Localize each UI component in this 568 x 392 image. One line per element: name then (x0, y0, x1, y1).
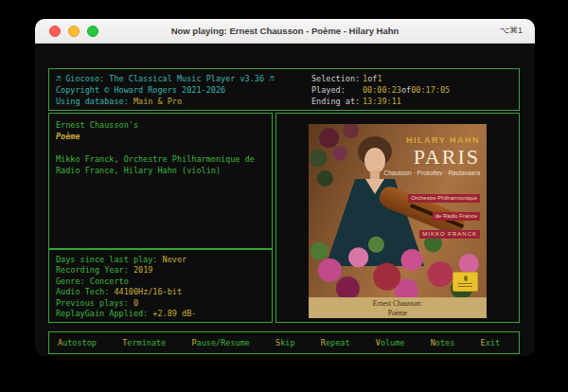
album-caption-work: Poème (309, 309, 487, 318)
selection-sep: of (367, 73, 377, 84)
menu-item-terminate[interactable]: Terminate (122, 338, 166, 347)
menu-panel: Autostop Terminate Pause/Resume Skip Rep… (48, 331, 520, 354)
detail-row-replaygain: ReplayGain Applied: +2.89 dB- (56, 309, 266, 319)
detail-label: ReplayGain Applied: (56, 309, 152, 318)
played-row: Played:00:00:23 of 00:17:05 (311, 84, 450, 96)
detail-row-last-play: Days since last play: Never (56, 255, 266, 265)
terminal-window: Now playing: Ernest Chausson - Poème - H… (35, 19, 535, 356)
window-title: Now playing: Ernest Chausson - Poème - H… (35, 26, 535, 36)
detail-row-audio-tech: Audio Tech: 44100Hz/16-bit (56, 287, 266, 297)
detail-label: Days since last play: (56, 255, 163, 264)
played-total: 00:17:05 (411, 84, 450, 96)
detail-row-genre: Genre: Concerto (56, 276, 266, 287)
composer-line: Ernest Chausson's (56, 119, 266, 131)
detail-label: Audio Tech: (56, 287, 114, 296)
traffic-lights (49, 26, 98, 37)
album-orchestra-line1: Orchestre Philharmonique (408, 194, 480, 203)
played-label: Played: (311, 84, 363, 96)
database-line: Using database: Main & Pro (56, 96, 274, 107)
detail-value: +2.89 dB- (152, 309, 196, 318)
album-title: PARIS (374, 146, 480, 168)
album-cover-text: HILARY HAHN PARIS Chausson · Prokofiev ·… (374, 135, 480, 240)
menu-item-notes[interactable]: Notes (431, 338, 455, 347)
detail-label: Recording Year: (56, 265, 133, 275)
copyright-line: Copyright © Howard Rogers 2021-2026 (56, 84, 274, 96)
album-caption: Ernest Chausson: Poème (309, 297, 487, 318)
detail-label: Genre: (56, 276, 90, 286)
app-info: ♬ Giocoso: The Classical Music Player v3… (56, 73, 274, 107)
menu-item-autostop[interactable]: Autostop (58, 338, 97, 347)
database-label: Using database: (56, 97, 133, 106)
detail-row-previous-plays: Previous plays: 0 (56, 298, 266, 309)
window-shortcut-badge: ⌥⌘1 (500, 26, 523, 35)
selection-total: 1 (377, 73, 382, 84)
zoom-button[interactable] (87, 26, 98, 37)
ending-label: Ending at: (311, 96, 363, 107)
performers-line: Mikko Franck, Orchestre Philharmonique d… (56, 153, 266, 176)
menu-label: otes (435, 338, 454, 347)
minimize-button[interactable] (68, 26, 80, 37)
menu-item-exit[interactable]: Exit (481, 338, 500, 347)
selection-label: Selection: (311, 73, 363, 84)
now-playing-panel: Ernest Chausson's Poème Mikko Franck, Or… (48, 113, 273, 249)
ending-time: 13:39:11 (363, 96, 401, 107)
menu-item-repeat[interactable]: Repeat (321, 338, 350, 347)
menu-item-skip[interactable]: Skip (275, 338, 294, 347)
header-panel: ♬ Giocoso: The Classical Music Player v3… (48, 68, 520, 111)
album-orchestra-line2: de Radio France (433, 212, 480, 221)
detail-row-recording-year: Recording Year: 2019 (56, 265, 266, 276)
album-artist: HILARY HAHN (374, 135, 480, 145)
ending-row: Ending at:13:39:11 (311, 96, 450, 107)
track-details-panel: Days since last play: Never Recording Ye… (48, 249, 273, 323)
played-sep: of (401, 84, 411, 96)
menu-label: erminate (127, 338, 166, 347)
detail-value: 44100Hz/16-bit (114, 287, 182, 296)
detail-value: Never (163, 255, 187, 264)
menu-label: epeat (326, 338, 350, 347)
menu-item-pause-resume[interactable]: Pause/Resume (191, 338, 249, 347)
menu-label: kip (280, 338, 294, 347)
album-caption-composer: Ernest Chausson: (309, 299, 487, 309)
terminal-content: ♬ Giocoso: The Classical Music Player v3… (35, 45, 535, 356)
blank-line (56, 142, 266, 153)
detail-label: Previous plays: (56, 298, 133, 308)
album-cover: HILARY HAHN PARIS Chausson · Prokofiev ·… (309, 124, 487, 318)
detail-value: 2019 (133, 265, 152, 275)
menu-label: utostop (62, 338, 97, 347)
menu-item-volume[interactable]: Volume (376, 338, 405, 347)
menu-label: xit (486, 338, 500, 347)
album-conductor: MIKKO FRANCK (419, 230, 480, 239)
detail-value: Concerto (90, 276, 129, 286)
menu-label: olume (381, 338, 405, 347)
selection-row: Selection:1 of 1 (311, 73, 450, 84)
detail-value: 0 (133, 298, 138, 308)
album-art-panel: HILARY HAHN PARIS Chausson · Prokofiev ·… (275, 113, 520, 323)
close-button[interactable] (49, 26, 61, 37)
work-title: Poème (56, 131, 266, 142)
database-value: Main & Pro (133, 97, 182, 106)
album-composers: Chausson · Prokofiev · Rautavaara (374, 169, 480, 176)
menu-label: ause/Resume (197, 338, 250, 347)
title-bar[interactable]: Now playing: Ernest Chausson - Poème - H… (35, 19, 535, 44)
playback-stats: Selection:1 of 1 Played:00:00:23 of 00:1… (311, 73, 450, 107)
played-elapsed: 00:00:23 (363, 84, 401, 96)
app-title: ♬ Giocoso: The Classical Music Player v3… (56, 73, 274, 84)
deutsche-grammophon-logo-icon (453, 272, 478, 292)
